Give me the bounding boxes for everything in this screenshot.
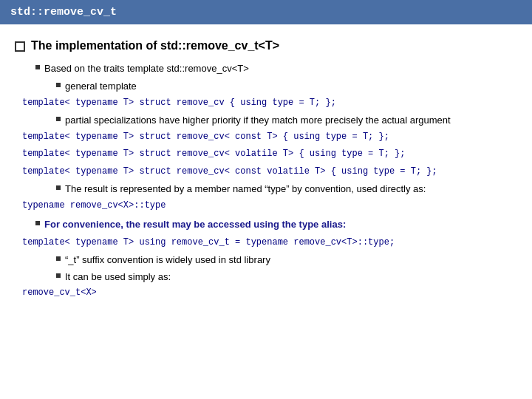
bullet-1-label: Based on the traits template std::remove… <box>44 61 249 77</box>
bullet-2-2: It can be used simply as: <box>56 270 517 285</box>
bullet-1-1-icon <box>56 83 61 87</box>
bullet-2: For convenience, the result may be acces… <box>35 217 517 233</box>
bullet-2-1-label: “_t” suffix convention is widely used in… <box>65 253 270 268</box>
section-title: The implementation of std::remove_cv_t<T… <box>15 36 517 55</box>
main-content: The implementation of std::remove_cv_t<T… <box>0 24 532 315</box>
bullet-1-2-label: partial specializations have higher prio… <box>65 113 451 129</box>
bullet-1-icon <box>35 65 40 69</box>
bullet-1-3: The result is represented by a member na… <box>56 182 517 197</box>
bullet-1-2: partial specializations have higher prio… <box>56 113 517 129</box>
code-alias: template< typename T> using remove_cv_t … <box>15 236 517 250</box>
bullet-2-2-label: It can be used simply as: <box>65 270 171 285</box>
code-typename: typename remove_cv<X>::type <box>15 199 517 213</box>
code-general-template: template< typename T> struct remove_cv {… <box>15 96 517 110</box>
bullet-2-1: “_t” suffix convention is widely used in… <box>56 253 517 268</box>
header-title: std::remove_cv_t <box>10 6 117 18</box>
checkbox-icon <box>15 41 25 52</box>
bullet-1: Based on the traits template std::remove… <box>35 61 517 77</box>
bullet-1-2-icon <box>56 117 61 121</box>
code-partial-2: template< typename T> struct remove_cv< … <box>15 147 517 161</box>
bullet-1-3-label: The result is represented by a member na… <box>65 182 426 197</box>
bullet-1-1: general template <box>56 79 517 95</box>
code-partial-1: template< typename T> struct remove_cv< … <box>15 130 517 144</box>
code-simple-use: remove_cv_t<X> <box>15 286 517 300</box>
bullet-1-3-icon <box>56 185 61 190</box>
bullet-2-2-icon <box>56 273 61 278</box>
bullet-2-label: For convenience, the result may be acces… <box>44 217 346 233</box>
section-title-text: The implementation of std::remove_cv_t<T… <box>31 36 279 55</box>
code-partial-3: template< typename T> struct remove_cv< … <box>15 165 517 179</box>
bullet-1-1-label: general template <box>65 79 137 95</box>
bullet-2-1-icon <box>56 256 61 261</box>
bullet-2-icon <box>35 221 40 225</box>
page-header: std::remove_cv_t <box>0 0 532 24</box>
